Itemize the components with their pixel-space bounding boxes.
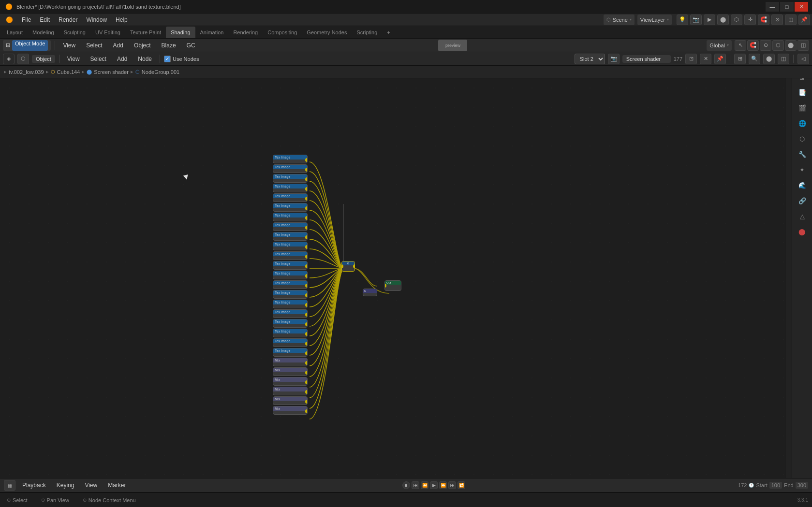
breadcrumb-tv002[interactable]: tv.002_low.039 bbox=[9, 69, 44, 75]
node-texture-9[interactable]: Tex Image bbox=[273, 232, 308, 241]
pin-icon[interactable]: 📌 bbox=[798, 14, 810, 25]
breadcrumb-cube144[interactable]: Cube.144 bbox=[57, 69, 80, 75]
use-nodes-checkbox[interactable]: ✓ bbox=[164, 56, 171, 62]
node-mix-5[interactable]: Mix bbox=[273, 396, 308, 405]
tab-modeling[interactable]: Modeling bbox=[28, 27, 59, 38]
node-mix-1[interactable]: Mix bbox=[273, 358, 308, 366]
overlay-icon[interactable]: ⬡ bbox=[731, 14, 742, 25]
constraints-props-icon[interactable]: 🔗 bbox=[794, 193, 811, 208]
breadcrumb-screenshader[interactable]: Screen shader bbox=[94, 69, 129, 75]
node-texture-16[interactable]: Tex Image bbox=[273, 300, 308, 308]
data-props-icon[interactable]: △ bbox=[794, 209, 811, 223]
zoom-icon[interactable]: 🔍 bbox=[749, 54, 760, 64]
jump-end-btn[interactable]: ⏭ bbox=[448, 481, 456, 489]
playback-menu[interactable]: Playback bbox=[18, 481, 50, 490]
node-texture-17[interactable]: Tex Image bbox=[273, 309, 308, 318]
ne-select-menu[interactable]: Select bbox=[87, 55, 110, 63]
node-mix-3[interactable]: Mix bbox=[273, 377, 308, 386]
scene-props-icon[interactable]: 🎬 bbox=[794, 101, 811, 115]
info-overlay-icon[interactable]: 💡 bbox=[677, 14, 688, 25]
end-value[interactable]: 300 bbox=[796, 482, 808, 489]
pan-info[interactable]: ⊙ Pan View bbox=[38, 496, 72, 504]
tab-rendering[interactable]: Rendering bbox=[228, 27, 263, 38]
scene-selector[interactable]: ⬡ Scene ▾ bbox=[604, 14, 635, 25]
blaze-menu[interactable]: Blaze bbox=[158, 41, 180, 50]
world-props-icon[interactable]: 🌐 bbox=[794, 116, 811, 130]
minimize-button[interactable]: — bbox=[766, 2, 779, 12]
mode-select[interactable]: Object Mode bbox=[12, 40, 48, 51]
gizmo-icon[interactable]: ✛ bbox=[744, 14, 756, 25]
physics-props-icon[interactable]: 🌊 bbox=[794, 178, 811, 192]
pin-node-icon[interactable]: 📌 bbox=[714, 54, 726, 64]
ne-view-menu[interactable]: View bbox=[63, 55, 84, 63]
menu-window[interactable]: Window bbox=[82, 15, 111, 24]
node-texture-3[interactable]: Tex Image bbox=[273, 174, 308, 183]
node-editor[interactable]: Tex Image Tex Image Tex Image Tex Image … bbox=[0, 78, 785, 478]
close-button[interactable]: ✕ bbox=[795, 2, 808, 12]
start-value[interactable]: 100 bbox=[769, 482, 782, 489]
shader-name[interactable]: Screen shader bbox=[622, 55, 671, 63]
snap-icon[interactable]: 🧲 bbox=[758, 14, 769, 25]
node-texture-6[interactable]: Tex Image bbox=[273, 203, 308, 212]
node-texture-11[interactable]: Tex Image bbox=[273, 251, 308, 260]
node-texture-2[interactable]: Tex Image bbox=[273, 164, 308, 173]
pin-view-icon[interactable]: ◫ bbox=[778, 54, 789, 64]
timeline-editor-type[interactable]: ▦ bbox=[4, 480, 15, 491]
tab-scripting[interactable]: Scripting bbox=[352, 27, 382, 38]
view-layer-props-icon[interactable]: 📑 bbox=[794, 85, 811, 100]
menu-edit[interactable]: Edit bbox=[36, 15, 54, 24]
tab-sculpting[interactable]: Sculpting bbox=[59, 27, 90, 38]
tab-geometry-nodes[interactable]: Geometry Nodes bbox=[302, 27, 352, 38]
menu-help[interactable]: Help bbox=[112, 15, 132, 24]
gc-menu[interactable]: GC bbox=[183, 41, 199, 50]
marker-menu[interactable]: Marker bbox=[104, 481, 130, 490]
node-texture-10[interactable]: Tex Image bbox=[273, 242, 308, 250]
node-texture-5[interactable]: Tex Image bbox=[273, 193, 308, 202]
proportional-edit[interactable]: ⊙ bbox=[760, 40, 771, 51]
menu-file[interactable]: File bbox=[18, 15, 35, 24]
keying-menu[interactable]: Keying bbox=[53, 481, 78, 490]
viewlayer-selector[interactable]: ViewLayer ▾ bbox=[637, 14, 672, 25]
breadcrumb-nodegroup[interactable]: NodeGroup.001 bbox=[142, 69, 179, 75]
node-texture-12[interactable]: Tex Image bbox=[273, 261, 308, 270]
transform-orientation[interactable]: Global ▾ bbox=[707, 40, 732, 51]
x-icon[interactable]: ✕ bbox=[700, 54, 711, 64]
play-btn[interactable]: ⏺ bbox=[402, 481, 410, 489]
tab-uv-editing[interactable]: UV Editing bbox=[90, 27, 125, 38]
node-small-1[interactable]: N bbox=[363, 289, 377, 296]
ne-node-menu[interactable]: Node bbox=[134, 55, 156, 63]
render-anim-icon[interactable]: ▶ bbox=[704, 14, 715, 25]
tab-shading[interactable]: Shading bbox=[166, 27, 195, 38]
object-props-icon[interactable]: ⬡ bbox=[794, 131, 811, 146]
loop-btn[interactable]: 🔁 bbox=[458, 481, 465, 489]
node-texture-4[interactable]: Tex Image bbox=[273, 184, 308, 192]
tab-layout[interactable]: Layout bbox=[2, 27, 28, 38]
editor-toggle[interactable]: ◫ bbox=[797, 40, 809, 51]
object-menu[interactable]: Object bbox=[130, 41, 155, 50]
overlay-toggle[interactable]: ⊞ bbox=[734, 54, 746, 64]
node-output[interactable]: Out bbox=[384, 280, 401, 291]
node-mix-6[interactable]: Mix bbox=[273, 406, 308, 415]
use-nodes-toggle[interactable]: ✓ Use Nodes bbox=[164, 56, 199, 62]
viewport-overlay[interactable]: ⬡ bbox=[772, 40, 784, 51]
expand-left[interactable]: ◁ bbox=[797, 54, 809, 64]
viewport-shading[interactable]: ⬤ bbox=[785, 40, 797, 51]
menu-blender[interactable]: 🟠 bbox=[2, 15, 17, 24]
modifier-props-icon[interactable]: 🔧 bbox=[794, 147, 811, 161]
snap-toggle[interactable]: 🧲 bbox=[747, 40, 759, 51]
camera-icon[interactable]: 📷 bbox=[608, 54, 620, 64]
node-mix-2[interactable]: Mix bbox=[273, 367, 308, 376]
node-mix-4[interactable]: Mix bbox=[273, 387, 308, 395]
cursor-icon[interactable]: ↖ bbox=[735, 40, 746, 51]
node-texture-20[interactable]: Tex Image bbox=[273, 338, 308, 347]
select-info[interactable]: ⊙ Select bbox=[4, 496, 30, 504]
select-menu[interactable]: Select bbox=[82, 41, 106, 50]
tab-texture-paint[interactable]: Texture Paint bbox=[125, 27, 166, 38]
node-texture-21[interactable]: Tex Image bbox=[273, 348, 308, 357]
render-icon[interactable]: 📷 bbox=[690, 14, 702, 25]
node-texture-8[interactable]: Tex Image bbox=[273, 222, 308, 231]
node-texture-1[interactable]: Tex Image bbox=[273, 155, 308, 163]
node-texture-15[interactable]: Tex Image bbox=[273, 290, 308, 299]
editor-type-icon[interactable]: ◫ bbox=[785, 14, 797, 25]
shading-icon[interactable]: ⬤ bbox=[763, 54, 775, 64]
